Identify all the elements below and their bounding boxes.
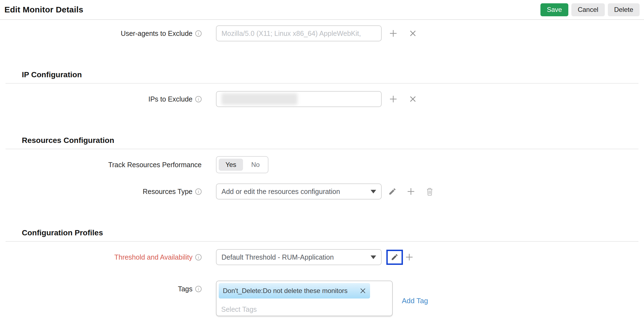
edit-threshold-focus-ring[interactable] <box>386 250 403 265</box>
add-ip-icon[interactable] <box>389 95 398 103</box>
add-resources-type-icon[interactable] <box>407 187 415 196</box>
resources-type-label-group: Resources Type i <box>0 188 202 196</box>
resources-type-select[interactable]: Add or edit the resources configuration <box>216 183 382 199</box>
cancel-button[interactable]: Cancel <box>571 3 605 16</box>
redacted-value <box>221 93 297 105</box>
add-user-agent-icon[interactable] <box>389 29 398 38</box>
tags-input-box[interactable]: Don't_Delete:Do not delete these monitor… <box>216 281 393 316</box>
user-agents-control <box>216 25 416 41</box>
track-resources-label: Track Resources Performance <box>108 161 202 169</box>
info-icon[interactable]: i <box>195 96 202 102</box>
resources-type-row: Resources Type i Add or edit the resourc… <box>0 183 644 199</box>
toggle-option-no[interactable]: No <box>243 161 268 169</box>
threshold-label: Threshold and Availability <box>114 253 192 261</box>
user-agents-label-group: User-agents to Exclude i <box>0 30 202 38</box>
delete-resources-type-icon[interactable] <box>426 187 434 196</box>
pencil-icon <box>391 253 398 261</box>
ips-row: IPs to Exclude i <box>0 91 644 107</box>
remove-ip-icon[interactable] <box>409 95 416 103</box>
info-icon[interactable]: i <box>195 30 202 37</box>
user-agents-input[interactable] <box>216 25 382 41</box>
info-icon[interactable]: i <box>195 254 202 260</box>
tags-control: Don't_Delete:Do not delete these monitor… <box>216 281 428 316</box>
select-tags-placeholder[interactable]: Select Tags <box>221 305 390 313</box>
ips-input[interactable] <box>216 91 382 107</box>
save-button[interactable]: Save <box>540 3 568 16</box>
threshold-control: Default Threshold - RUM-Application <box>216 249 414 265</box>
user-agents-row: User-agents to Exclude i <box>0 25 644 41</box>
tags-label-group: Tags i <box>0 281 202 293</box>
edit-resources-type-icon[interactable] <box>388 187 397 196</box>
divider <box>6 241 638 242</box>
resources-type-label: Resources Type <box>143 188 192 196</box>
resources-type-control: Add or edit the resources configuration <box>216 183 434 199</box>
threshold-row: Threshold and Availability i Default Thr… <box>0 249 644 265</box>
divider <box>6 83 638 84</box>
threshold-label-group: Threshold and Availability i <box>0 253 202 261</box>
ips-label-group: IPs to Exclude i <box>0 95 202 103</box>
remove-user-agent-icon[interactable] <box>409 30 416 37</box>
ips-label: IPs to Exclude <box>148 95 192 103</box>
track-resources-toggle: Yes No <box>216 156 268 173</box>
resources-type-value: Add or edit the resources configuration <box>221 188 340 196</box>
tags-row: Tags i Don't_Delete:Do not delete these … <box>0 281 644 316</box>
threshold-value: Default Threshold - RUM-Application <box>221 253 334 261</box>
add-threshold-icon[interactable] <box>405 253 414 262</box>
chevron-down-icon <box>371 190 376 193</box>
track-resources-control: Yes No <box>216 156 268 173</box>
toggle-option-yes[interactable]: Yes <box>219 159 243 171</box>
section-configuration-profiles: Configuration Profiles <box>22 228 644 238</box>
tag-chip: Don't_Delete:Do not delete these monitor… <box>219 283 370 299</box>
divider <box>6 149 638 149</box>
page-title: Edit Monitor Details <box>4 5 83 14</box>
ips-control <box>216 91 416 107</box>
track-resources-label-group: Track Resources Performance <box>0 161 202 169</box>
track-resources-row: Track Resources Performance Yes No <box>0 156 644 173</box>
tag-chip-label: Don't_Delete:Do not delete these monitor… <box>223 287 348 295</box>
threshold-select[interactable]: Default Threshold - RUM-Application <box>216 249 382 265</box>
page-header: Edit Monitor Details Save Cancel Delete <box>0 0 644 20</box>
user-agents-label: User-agents to Exclude <box>121 30 192 38</box>
chevron-down-icon <box>371 255 376 259</box>
tag-remove-icon[interactable] <box>360 287 366 294</box>
section-resources-configuration: Resources Configuration <box>22 136 644 145</box>
tags-label: Tags <box>178 285 192 293</box>
header-actions: Save Cancel Delete <box>540 3 640 16</box>
delete-button[interactable]: Delete <box>608 3 640 16</box>
info-icon[interactable]: i <box>195 286 202 292</box>
section-ip-configuration: IP Configuration <box>22 70 644 79</box>
info-icon[interactable]: i <box>195 188 202 195</box>
add-tag-link[interactable]: Add Tag <box>402 292 428 305</box>
